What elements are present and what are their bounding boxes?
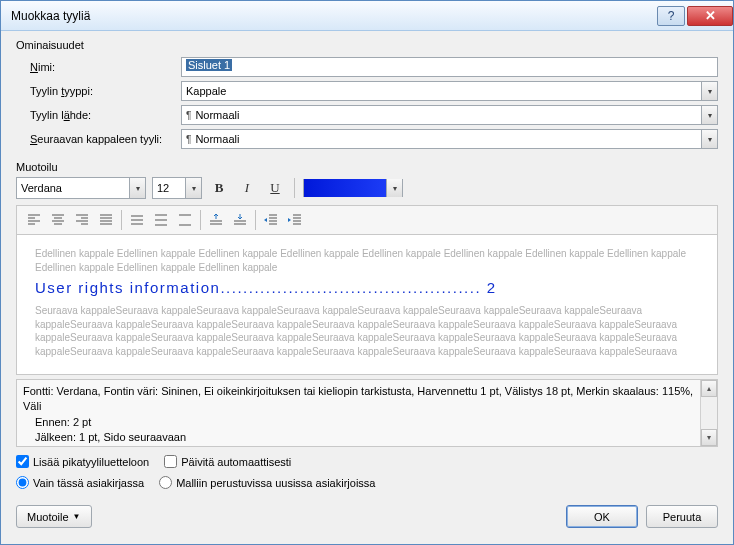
chevron-down-icon: ▾ [701,106,717,124]
cancel-button[interactable]: Peruuta [646,505,718,528]
scrollbar[interactable]: ▴ ▾ [700,380,717,446]
checkbox-row: Lisää pikatyyliluetteloon Päivitä automa… [16,455,718,470]
based-on-combo[interactable]: ¶ Normaali ▾ [181,105,718,125]
separator [121,210,122,230]
underline-button[interactable]: U [264,177,286,199]
italic-button[interactable]: I [236,177,258,199]
add-to-quickstyle-checkbox[interactable]: Lisää pikatyyliluetteloon [16,455,149,468]
separator [294,178,295,198]
font-toolbar: Verdana ▾ 12 ▾ B I U ▾ [16,177,718,199]
modify-style-dialog: Muokkaa tyyliä ? ✕ Ominaisuudet Nimi: Si… [0,0,734,545]
dialog-footer: Muotoile▼ OK Peruuta [16,505,718,528]
align-justify-button[interactable] [95,210,117,230]
space-before-decrease-button[interactable] [229,210,251,230]
formatting-label: Muotoilu [16,161,718,173]
color-preview [304,179,386,197]
ok-button[interactable]: OK [566,505,638,528]
preview-next-paragraph: Seuraava kappaleSeuraava kappaleSeuraava… [35,304,699,358]
align-left-button[interactable] [23,210,45,230]
name-input[interactable]: Sisluet 1 [181,57,718,77]
titlebar: Muokkaa tyyliä ? ✕ [1,1,733,31]
chevron-down-icon: ▾ [129,178,145,198]
font-size-combo[interactable]: 12 ▾ [152,177,202,199]
next-style-combo[interactable]: ¶ Normaali ▾ [181,129,718,149]
decrease-indent-button[interactable] [260,210,282,230]
pilcrow-icon: ¶ [186,110,191,121]
style-type-combo[interactable]: Kappale ▾ [181,81,718,101]
font-color-picker[interactable]: ▾ [303,179,403,197]
preview-prev-paragraph: Edellinen kappale Edellinen kappale Edel… [35,247,699,274]
chevron-down-icon: ▾ [386,179,402,197]
line-spacing-15-button[interactable] [150,210,172,230]
scroll-down-icon[interactable]: ▾ [701,429,717,446]
only-this-doc-radio[interactable]: Vain tässä asiakirjassa [16,476,144,489]
space-before-increase-button[interactable] [205,210,227,230]
close-button[interactable]: ✕ [687,6,733,26]
based-on-label: Tyylin lähde: [30,109,91,121]
properties-group-label: Ominaisuudet [16,39,718,51]
separator [255,210,256,230]
pilcrow-icon: ¶ [186,134,191,145]
paragraph-toolbar [16,205,718,235]
preview-pane: Edellinen kappale Edellinen kappale Edel… [16,235,718,375]
chevron-down-icon: ▾ [701,82,717,100]
chevron-down-icon: ▾ [701,130,717,148]
align-right-button[interactable] [71,210,93,230]
type-label: Tyylin tyyppi: [30,85,93,97]
format-menu-button[interactable]: Muotoile▼ [16,505,92,528]
auto-update-checkbox[interactable]: Päivitä automaattisesti [164,455,291,468]
chevron-down-icon: ▾ [185,178,201,198]
radio-row: Vain tässä asiakirjassa Malliin perustuv… [16,476,718,491]
separator [200,210,201,230]
style-description: Fontti: Verdana, Fontin väri: Sininen, E… [16,379,718,447]
help-button[interactable]: ? [657,6,685,26]
template-docs-radio[interactable]: Malliin perustuvissa uusissa asiakirjois… [159,476,375,489]
font-family-combo[interactable]: Verdana ▾ [16,177,146,199]
line-spacing-1-button[interactable] [126,210,148,230]
line-spacing-2-button[interactable] [174,210,196,230]
preview-heading: User rights information.................… [35,278,699,298]
bold-button[interactable]: B [208,177,230,199]
next-style-label: Seuraavan kappaleen tyyli: [30,133,162,145]
window-title: Muokkaa tyyliä [11,9,655,23]
scroll-up-icon[interactable]: ▴ [701,380,717,397]
name-label: Nimi: [30,61,55,73]
align-center-button[interactable] [47,210,69,230]
increase-indent-button[interactable] [284,210,306,230]
